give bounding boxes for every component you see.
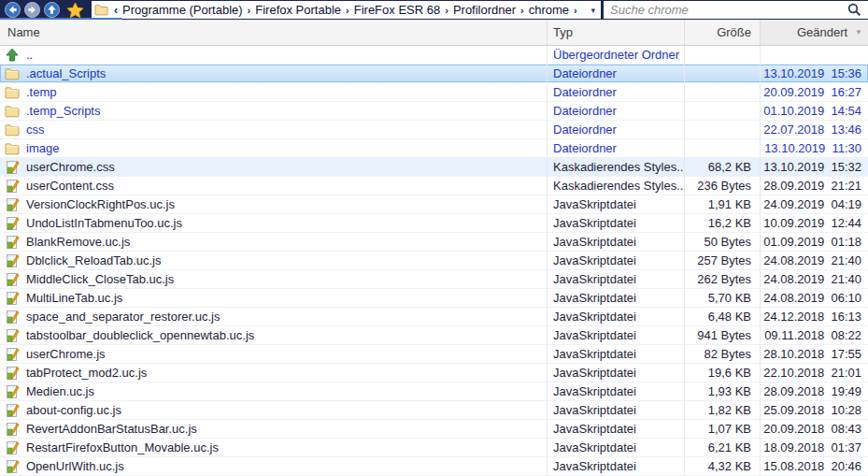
file-row[interactable]: Medien.uc.js JavaSkriptdatei 1,93 KB 28.… [0,382,868,401]
breadcrumb-overflow-chevron[interactable]: ‹ [110,4,121,17]
file-type-cell: JavaSkriptdatei [548,252,685,269]
file-type-cell: JavaSkriptdatei [548,457,685,475]
breadcrumb-item[interactable]: Firefox Portable [253,3,343,17]
file-name-label: Dblclick_ReloadTab.uc.js [26,253,162,267]
file-name-label: userChrome.js [26,347,106,361]
file-name-cell: userContent.css [0,177,548,195]
file-row[interactable]: MiddleClick_CloseTab.uc.js JavaSkriptdat… [0,270,868,289]
file-row[interactable]: image Dateiordner 13.10.2019 11:30 [0,139,868,158]
file-row[interactable]: userContent.css Kaskadierendes Styles...… [0,177,868,195]
address-dropdown-button[interactable]: ▾ [591,6,597,15]
breadcrumb-item[interactable]: Programme (Portable) [121,3,245,17]
file-type-cell: JavaSkriptdatei [548,345,685,363]
script-file-icon [5,440,20,455]
up-button[interactable] [44,2,60,18]
file-name-label: BlankRemove.uc.js [26,235,130,249]
back-button[interactable] [5,2,21,18]
breadcrumb-separator-icon: › [245,5,254,16]
file-size-cell: 257 Bytes [685,252,761,269]
file-name-label: VersionClockRightPos.uc.js [26,197,175,211]
file-type-cell: JavaSkriptdatei [548,214,685,232]
search-input[interactable] [604,3,847,17]
file-name-cell: userChrome.js [0,345,548,363]
file-row[interactable]: .temp_Scripts Dateiordner 01.10.2019 14:… [0,102,868,121]
file-modified-cell: 22.07.2018 13:46 [761,121,868,138]
file-size-cell: 1,07 KB [685,420,761,438]
file-name-label: space_and_separator_restorer.uc.js [26,310,220,324]
favorites-button[interactable] [66,2,84,19]
file-size-cell [685,121,761,138]
file-row[interactable]: Dblclick_ReloadTab.uc.js JavaSkriptdatei… [0,252,868,270]
up-arrow-icon [5,48,20,63]
file-type-cell: Dateiordner [548,139,685,157]
file-size-cell: 1,91 KB [685,195,761,213]
script-file-icon [5,459,20,474]
file-name-cell: RestartFirefoxButton_Movable.uc.js [0,439,548,456]
script-file-icon [5,216,20,231]
arrow-left-circle-icon [5,2,21,18]
file-size-cell [685,139,761,157]
breadcrumb-item[interactable]: FireFox ESR 68 [352,3,442,17]
file-size-cell: 5,70 KB [685,289,761,307]
breadcrumb-item[interactable]: chrome [527,3,571,17]
file-row[interactable]: .temp Dateiordner 20.09.2019 16:27 [0,83,868,102]
search-icon[interactable] [847,3,861,17]
column-header-modified[interactable]: Geändert ▼ [761,20,868,45]
column-header-name[interactable]: Name [0,20,548,45]
file-size-cell: 82 Bytes [685,345,761,363]
file-row[interactable]: .. Übergeordneter Ordner [0,46,868,65]
file-row[interactable]: BlankRemove.uc.js JavaSkriptdatei 50 Byt… [0,233,868,252]
script-file-icon [5,422,20,437]
file-modified-cell: 15.08.2018 20:46 [761,457,868,475]
file-name-label: .temp_Scripts [26,104,100,118]
file-name-label: UndoListInTabmenuToo.uc.js [26,216,182,230]
file-type-cell: JavaSkriptdatei [548,420,685,438]
file-modified-cell: 24.08.2019 21:40 [761,252,868,269]
file-name-cell: UndoListInTabmenuToo.uc.js [0,214,548,232]
file-row[interactable]: VersionClockRightPos.uc.js JavaSkriptdat… [0,195,868,214]
file-row[interactable]: tabstoolbar_doubleclick_opennewtab.uc.js… [0,326,868,345]
file-type-cell: JavaSkriptdatei [548,401,685,419]
file-size-cell: 4,32 KB [685,457,761,475]
file-row[interactable]: OpenUrlWith.uc.js JavaSkriptdatei 4,32 K… [0,457,868,476]
file-row[interactable]: .actual_Scripts Dateiordner 13.10.2019 1… [0,65,868,83]
file-row[interactable]: RevertAddonBarStatusBar.uc.js JavaSkript… [0,420,868,439]
file-name-label: Medien.uc.js [26,384,94,398]
file-modified-cell: 28.09.2019 21:21 [761,177,868,195]
file-size-cell: 6,48 KB [685,308,761,325]
file-name-label: userChrome.css [26,160,115,174]
file-modified-cell: 24.08.2019 21:40 [761,270,868,288]
file-name-cell: space_and_separator_restorer.uc.js [0,308,548,325]
file-type-cell: JavaSkriptdatei [548,270,685,288]
breadcrumb-item[interactable]: Profilordner [451,3,518,17]
file-size-cell: 1,82 KB [685,401,761,419]
file-row[interactable]: css Dateiordner 22.07.2018 13:46 [0,121,868,139]
script-file-icon [5,347,20,362]
file-modified-cell: 22.10.2018 21:01 [761,364,868,382]
column-header-type[interactable]: Typ [548,20,685,45]
search-box[interactable] [604,1,868,19]
file-size-cell: 19,6 KB [685,364,761,382]
address-bar[interactable]: ‹ Programme (Portable)›Firefox Portable›… [92,1,601,19]
column-header-size[interactable]: Größe [685,20,761,45]
script-file-icon [5,291,20,306]
file-modified-cell: 09.11.2018 08:22 [761,326,868,344]
file-row[interactable]: MultiLineTab.uc.js JavaSkriptdatei 5,70 … [0,289,868,308]
file-type-cell: JavaSkriptdatei [548,289,685,307]
folder-icon [5,85,20,100]
file-name-label: .. [26,48,33,62]
file-size-cell: 16,2 KB [685,214,761,232]
file-row[interactable]: RestartFirefoxButton_Movable.uc.js JavaS… [0,439,868,457]
arrow-right-circle-icon [24,2,40,18]
file-row[interactable]: tabProtect_mod2.uc.js JavaSkriptdatei 19… [0,364,868,382]
file-row[interactable]: about-config.uc.js JavaSkriptdatei 1,82 … [0,401,868,420]
file-row[interactable]: UndoListInTabmenuToo.uc.js JavaSkriptdat… [0,214,868,233]
folder-icon [5,123,20,137]
file-row[interactable]: userChrome.css Kaskadierendes Styles... … [0,158,868,177]
file-name-label: OpenUrlWith.uc.js [26,459,124,473]
script-file-icon [5,179,20,194]
file-row[interactable]: userChrome.js JavaSkriptdatei 82 Bytes 2… [0,345,868,364]
file-type-cell: Übergeordneter Ordner [548,46,685,64]
file-row[interactable]: space_and_separator_restorer.uc.js JavaS… [0,308,868,326]
forward-button[interactable] [24,2,40,18]
